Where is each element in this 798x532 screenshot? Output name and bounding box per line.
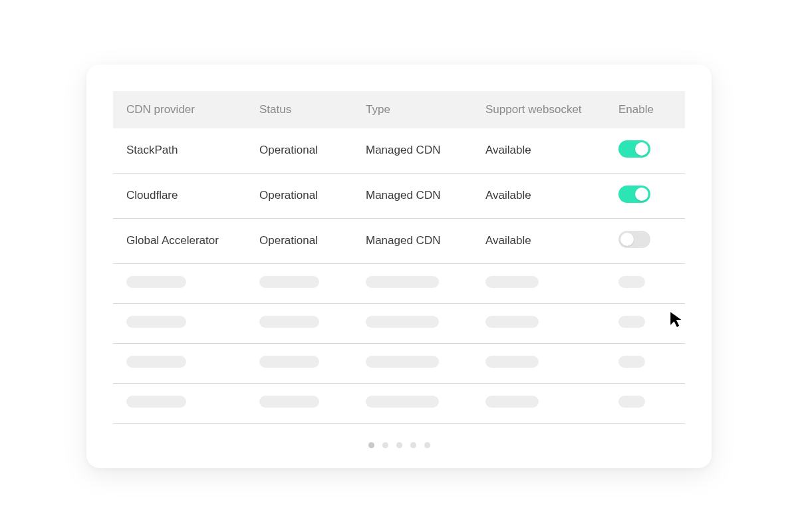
cell-enable — [618, 140, 678, 161]
pagination-dot[interactable] — [410, 442, 416, 448]
skeleton-cell — [259, 276, 319, 288]
cell-provider: Global Accelerator — [126, 234, 259, 247]
skeleton-cell — [259, 316, 319, 328]
skeleton-cell — [366, 356, 439, 368]
enable-toggle[interactable] — [618, 140, 650, 158]
skeleton-cell — [259, 396, 319, 408]
table-row-skeleton — [113, 384, 685, 424]
skeleton-cell — [366, 316, 439, 328]
skeleton-cell — [126, 396, 186, 408]
pagination-dot[interactable] — [368, 442, 374, 448]
skeleton-cell — [259, 356, 319, 368]
skeleton-cell — [366, 396, 439, 408]
skeleton-cell — [485, 356, 539, 368]
skeleton-cell — [366, 276, 439, 288]
pagination-dot[interactable] — [382, 442, 388, 448]
skeleton-cell — [126, 276, 186, 288]
header-enable: Enable — [618, 103, 678, 116]
cell-websocket: Available — [485, 189, 618, 202]
cell-provider: Cloudflare — [126, 189, 259, 202]
skeleton-cell — [126, 356, 186, 368]
header-status: Status — [259, 103, 366, 116]
skeleton-cell — [485, 316, 539, 328]
table-row: Global AcceleratorOperationalManaged CDN… — [113, 219, 685, 264]
cell-websocket: Available — [485, 144, 618, 157]
table-row-skeleton — [113, 344, 685, 384]
header-websocket: Support websocket — [485, 103, 618, 116]
skeleton-cell — [485, 396, 539, 408]
cell-status: Operational — [259, 189, 366, 202]
cdn-card: CDN provider Status Type Support websock… — [86, 65, 712, 468]
pagination-dot[interactable] — [424, 442, 430, 448]
pagination-dot[interactable] — [396, 442, 402, 448]
table-row: CloudflareOperationalManaged CDNAvailabl… — [113, 174, 685, 219]
cell-type: Managed CDN — [366, 189, 485, 202]
cell-status: Operational — [259, 234, 366, 247]
cell-provider: StackPath — [126, 144, 259, 157]
skeleton-cell — [618, 276, 645, 288]
enable-toggle[interactable] — [618, 186, 650, 203]
cell-websocket: Available — [485, 234, 618, 247]
skeleton-cell — [618, 316, 645, 328]
skeleton-cell — [485, 276, 539, 288]
header-provider: CDN provider — [126, 103, 259, 116]
cell-type: Managed CDN — [366, 234, 485, 247]
enable-toggle[interactable] — [618, 231, 650, 248]
pagination — [113, 442, 685, 448]
skeleton-cell — [126, 316, 186, 328]
table-header: CDN provider Status Type Support websock… — [113, 91, 685, 128]
cell-enable — [618, 231, 678, 251]
cdn-table: CDN provider Status Type Support websock… — [113, 91, 685, 424]
table-row-skeleton — [113, 264, 685, 304]
header-type: Type — [366, 103, 485, 116]
skeleton-cell — [618, 396, 645, 408]
skeleton-cell — [618, 356, 645, 368]
cell-status: Operational — [259, 144, 366, 157]
table-row: StackPathOperationalManaged CDNAvailable — [113, 128, 685, 174]
cell-enable — [618, 186, 678, 206]
cell-type: Managed CDN — [366, 144, 485, 157]
table-row-skeleton — [113, 304, 685, 344]
